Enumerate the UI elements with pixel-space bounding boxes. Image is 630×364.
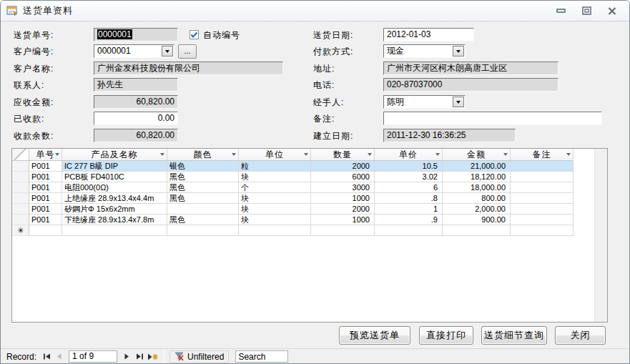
customer-no-combobox[interactable]: 0000001: [94, 44, 174, 58]
items-datasheet: 单号 产品及名称 颜色 单位 数量 单价 金额 备注 P001 IC 277 B…: [11, 148, 608, 323]
created-date-label: 建立日期:: [313, 130, 353, 142]
payment-combobox[interactable]: 现金: [383, 44, 466, 58]
chevron-down-icon[interactable]: [55, 153, 59, 156]
datasheet-body: P001 IC 277 B級 DIP 银色 粒 2000 10.5 21,000…: [12, 161, 574, 225]
customer-name-label: 客户名称:: [14, 63, 54, 75]
receivable-field[interactable]: 60,820.00: [94, 95, 178, 109]
delivery-date-label: 送货日期:: [313, 29, 353, 41]
chevron-down-icon[interactable]: [566, 153, 571, 156]
record-navigation-bar: Record: 1 of 9 Unfiltered: [1, 348, 629, 364]
filter-toggle[interactable]: Unfiltered: [169, 350, 229, 363]
row-selector[interactable]: [12, 172, 29, 182]
remark-label: 备注:: [313, 113, 335, 125]
chevron-down-icon[interactable]: [160, 153, 164, 156]
table-row[interactable]: P001 矽鋼片Φ 15x6x2mm 块 2000 1 2,000.00: [12, 204, 574, 215]
search-input[interactable]: [235, 350, 288, 363]
column-header[interactable]: 单号: [29, 149, 62, 160]
first-record-icon[interactable]: [41, 351, 52, 363]
navbar-divider: [164, 350, 164, 363]
column-header[interactable]: 单价: [375, 149, 443, 160]
table-row[interactable]: P001 电阻000(0Ω) 黑色 个 3000 6 18,000.00: [12, 182, 574, 193]
maximize-icon[interactable]: [579, 5, 594, 16]
handler-combobox[interactable]: 陈明: [383, 95, 466, 109]
column-header[interactable]: 备注: [511, 149, 574, 160]
filter-unfiltered-icon: [174, 352, 184, 361]
customer-name-field[interactable]: 广州金发科技股份有限公司: [94, 62, 283, 75]
balance-field[interactable]: 60,820.00: [94, 129, 178, 142]
row-selector[interactable]: [12, 215, 29, 225]
customer-no-value: 0000001: [97, 46, 131, 56]
balance-label: 收款余数:: [14, 130, 54, 142]
new-record-icon[interactable]: [147, 351, 158, 363]
row-selector[interactable]: [12, 161, 29, 172]
titlebar[interactable]: 送货单资料: [1, 1, 629, 21]
delivery-no-field[interactable]: 0000001: [94, 28, 178, 41]
contact-field[interactable]: 孙先生: [94, 78, 178, 92]
remark-field[interactable]: [383, 112, 602, 125]
table-row[interactable]: P001 上绝缘座 28.9x13.4x4.4m 黑色 块 1000 .8 80…: [12, 193, 574, 204]
phone-field[interactable]: 020-87037000: [383, 78, 558, 92]
form-window-icon: [6, 5, 18, 16]
payment-label: 付款方式:: [313, 46, 353, 58]
column-header[interactable]: 产品及名称: [62, 149, 167, 160]
close-button[interactable]: 关闭: [555, 326, 606, 345]
customer-no-label: 客户编号:: [14, 46, 54, 58]
filter-label: Unfiltered: [187, 352, 224, 362]
phone-label: 电话:: [313, 79, 335, 92]
new-record-row[interactable]: ✳: [12, 225, 574, 236]
next-record-icon[interactable]: [121, 351, 132, 363]
received-field[interactable]: 0.00: [94, 112, 178, 125]
receivable-label: 应收金额:: [14, 97, 54, 109]
chevron-down-icon[interactable]: [232, 153, 236, 156]
delivery-note-window: 送货单资料 送货单号: 客户编号: 客户名称: 联系人: 应收金额: 已收款: …: [0, 0, 630, 364]
close-icon[interactable]: [605, 5, 619, 16]
column-header[interactable]: 颜色: [167, 149, 239, 160]
chevron-down-icon[interactable]: [162, 46, 173, 56]
datasheet-grid: 单号 产品及名称 颜色 单位 数量 单价 金额 备注 P001 IC 277 B…: [12, 149, 574, 236]
payment-value: 现金: [387, 46, 404, 56]
chevron-down-icon[interactable]: [435, 153, 440, 156]
customer-lookup-button[interactable]: ...: [178, 44, 197, 59]
column-header[interactable]: 金额: [443, 149, 511, 160]
chevron-down-icon[interactable]: [304, 153, 308, 156]
created-date-field[interactable]: 2011-12-30 16:36:25: [383, 129, 516, 142]
direct-print-button[interactable]: 直接打印: [419, 326, 473, 345]
row-selector[interactable]: [12, 193, 29, 204]
column-header[interactable]: 单位: [239, 149, 311, 160]
datasheet-header: 单号 产品及名称 颜色 单位 数量 单价 金额 备注: [12, 149, 574, 161]
chevron-down-icon[interactable]: [503, 153, 508, 156]
last-record-icon[interactable]: [134, 351, 145, 363]
chevron-down-icon[interactable]: [368, 153, 372, 156]
address-label: 地址:: [313, 63, 335, 75]
auto-number-checkbox[interactable]: [190, 30, 199, 39]
delivery-no-label: 送货单号:: [14, 29, 54, 41]
row-selector[interactable]: [12, 204, 29, 215]
table-row[interactable]: P001 下绝缘座 28.9x13.4x7.8m 黑色 块 1000 .9 90…: [12, 215, 574, 225]
contact-label: 联系人:: [14, 79, 44, 92]
preview-delivery-note-button[interactable]: 预览送货单: [339, 326, 410, 345]
window-controls: [553, 5, 624, 16]
datasheet-scrollbar[interactable]: [594, 149, 607, 322]
handler-value: 陈明: [387, 97, 404, 107]
selected-text: 0000001: [97, 29, 132, 39]
new-record-marker[interactable]: ✳: [12, 225, 29, 236]
previous-record-icon[interactable]: [54, 351, 65, 363]
window-title: 送货单资料: [23, 4, 73, 17]
select-all-corner[interactable]: [12, 149, 29, 160]
delivery-date-field[interactable]: 2012-01-03: [383, 28, 474, 41]
check-icon: [190, 31, 198, 39]
row-selector[interactable]: [12, 182, 29, 193]
address-field[interactable]: 广州市天河区柯木朗高唐工业区: [383, 62, 558, 75]
handler-label: 经手人:: [313, 97, 344, 109]
column-header[interactable]: 数量: [311, 149, 375, 160]
received-label: 已收款:: [14, 113, 44, 125]
table-row[interactable]: P001 IC 277 B級 DIP 银色 粒 2000 10.5 21,000…: [12, 161, 574, 172]
delivery-details-button[interactable]: 送货细节查询: [481, 326, 547, 345]
table-row[interactable]: P001 PCB板 FD4010C 黑色 块 6000 3.02 18,120.…: [12, 172, 574, 182]
record-label: Record:: [6, 352, 36, 362]
auto-number-label: 自动编号: [203, 29, 240, 41]
chevron-down-icon[interactable]: [453, 46, 464, 56]
minimize-icon[interactable]: [553, 5, 568, 16]
chevron-down-icon[interactable]: [453, 97, 464, 107]
record-position-box[interactable]: 1 of 9: [69, 350, 117, 363]
